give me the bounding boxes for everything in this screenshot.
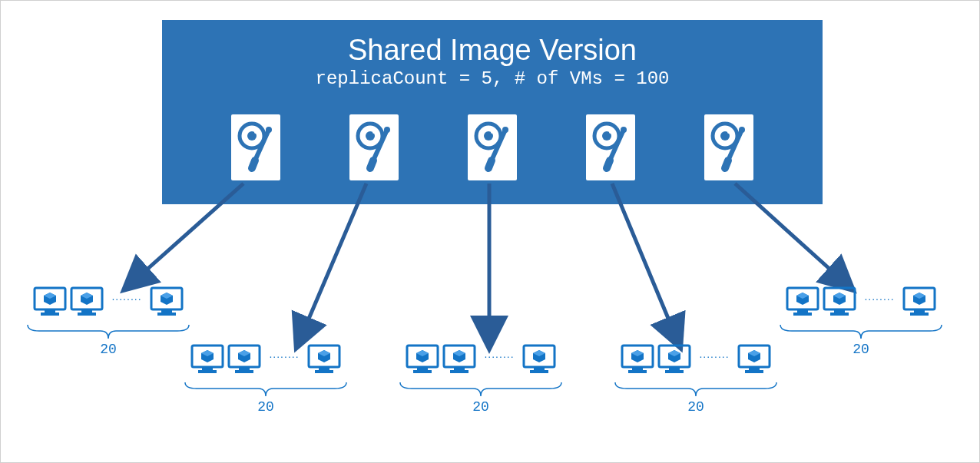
svg-point-14: [609, 131, 612, 134]
vm-cluster: ········ 20: [396, 342, 565, 415]
disk-icon: [704, 114, 753, 180]
brace-icon: [396, 381, 565, 398]
vm-icon: [33, 285, 67, 319]
vm-icon: [307, 342, 341, 376]
vm-icon: [406, 342, 439, 376]
cluster-count: 20: [687, 399, 704, 415]
vm-icon: [190, 342, 224, 376]
disk-icon: [349, 114, 399, 180]
vm-icon: [786, 285, 819, 319]
ellipsis: ········: [269, 350, 299, 362]
vm-icon: [150, 285, 184, 319]
vm-icon: [227, 342, 261, 376]
svg-point-6: [372, 131, 376, 134]
svg-point-10: [491, 131, 494, 134]
brace-icon: [776, 323, 945, 340]
cluster-count: 20: [853, 342, 869, 357]
ellipsis: ········: [864, 293, 894, 305]
vm-row: ········: [406, 342, 555, 376]
brace-icon: [24, 323, 193, 340]
vm-icon: [902, 285, 936, 319]
cluster-count: 20: [472, 399, 489, 415]
svg-line-21: [300, 184, 366, 339]
replica-disks-row: [162, 114, 823, 180]
svg-point-18: [727, 131, 730, 134]
vm-icon: [442, 342, 476, 376]
vm-icon: [70, 285, 104, 319]
vm-icon: [737, 342, 771, 376]
panel-subtitle: replicaCount = 5, # of VMs = 100: [162, 68, 823, 89]
vm-cluster: ········ 20: [611, 342, 780, 415]
ellipsis: ········: [484, 350, 514, 362]
vm-icon: [657, 342, 691, 376]
vm-icon: [522, 342, 556, 376]
disk-icon: [468, 114, 517, 180]
panel-title: Shared Image Version: [162, 34, 823, 67]
vm-icon: [823, 285, 856, 319]
vm-row: ········: [190, 342, 340, 376]
vm-icon: [621, 342, 654, 376]
ellipsis: ········: [111, 293, 141, 305]
vm-row: ········: [621, 342, 770, 376]
cluster-count: 20: [257, 399, 274, 415]
vm-cluster: ········ 20: [24, 285, 193, 357]
vm-row: ········: [33, 285, 183, 319]
brace-icon: [181, 381, 350, 398]
brace-icon: [611, 381, 780, 398]
svg-line-23: [612, 184, 677, 339]
cluster-count: 20: [100, 342, 117, 357]
vm-cluster: ········ 20: [181, 342, 350, 415]
disk-icon: [231, 114, 280, 180]
ellipsis: ········: [699, 350, 729, 362]
vm-row: ········: [786, 285, 935, 319]
vm-cluster: ········ 20: [776, 285, 945, 357]
disk-icon: [586, 114, 635, 180]
svg-point-2: [254, 131, 257, 134]
